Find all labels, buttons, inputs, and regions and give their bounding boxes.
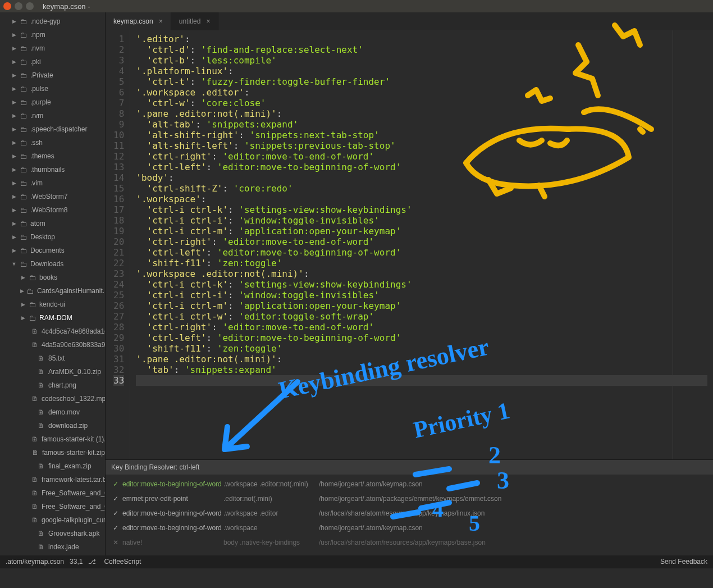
tree-file[interactable]: 4c4d5ca74e868ada1e — [0, 325, 105, 338]
chevron-icon: ▶ — [11, 113, 17, 118]
tree-file[interactable]: demo.mov — [0, 405, 105, 419]
tree-item-label: chart.png — [48, 381, 76, 389]
tree-folder[interactable]: ▶.speech-dispatcher — [0, 122, 105, 136]
tree-folder[interactable]: ▼Downloads — [0, 257, 105, 271]
send-feedback-link[interactable]: Send Feedback — [660, 558, 707, 566]
tab-label: keymap.cson — [113, 17, 153, 25]
chevron-icon: ▶ — [11, 45, 17, 51]
resolver-command: editor:move-to-beginning-of-word — [122, 509, 223, 517]
tree-file[interactable]: codeschool_1322.mp4 — [0, 392, 105, 405]
folder-icon — [19, 139, 27, 147]
chevron-icon: ▶ — [20, 302, 26, 307]
file-icon — [32, 449, 39, 457]
tree-file[interactable]: final_exam.zip — [0, 459, 105, 473]
horizontal-scrollbar[interactable] — [0, 568, 713, 588]
tree-file[interactable]: google-talkplugin_curr — [0, 513, 105, 527]
chevron-icon: ▶ — [11, 126, 17, 132]
resolver-row[interactable]: ✓editor:move-to-beginning-of-word.worksp… — [111, 506, 707, 521]
window-title: keymap.cson - — [43, 2, 90, 11]
close-icon[interactable]: × — [206, 17, 210, 25]
status-language[interactable]: CoffeeScript — [104, 558, 141, 566]
tree-file[interactable]: 4da5a90e630b833a99 — [0, 338, 105, 352]
resolver-row[interactable]: ✓editor:move-to-beginning-of-word.worksp… — [111, 477, 707, 491]
tree-folder[interactable]: ▶CardsAgainstHumanit... — [0, 284, 105, 298]
tree-file[interactable]: famous-starter-kit (1). — [0, 432, 105, 446]
tab[interactable]: keymap.cson× — [106, 12, 171, 30]
resolver-selector: .workspace — [223, 524, 319, 532]
tree-folder[interactable]: ▶atom — [0, 217, 105, 230]
editor-pane[interactable]: 1234567891011121314151617181920212223242… — [106, 30, 713, 459]
file-icon — [37, 408, 45, 416]
tree-folder[interactable]: ▶.vim — [0, 176, 105, 190]
tree-file[interactable]: 85.txt — [0, 352, 105, 365]
maximize-icon[interactable] — [26, 2, 34, 10]
resolver-row[interactable]: ✓editor:move-to-beginning-of-word.worksp… — [111, 521, 707, 535]
tree-file[interactable]: chart.png — [0, 379, 105, 392]
tree-folder[interactable]: ▶RAM-DOM — [0, 311, 105, 325]
file-icon — [31, 435, 38, 443]
tree-item-label: RAM-DOM — [39, 314, 72, 322]
chevron-icon: ▶ — [11, 221, 17, 226]
minimize-icon[interactable] — [15, 2, 22, 10]
tree-folder[interactable]: ▶kendo-ui — [0, 298, 105, 311]
tree-item-label: .WebStorm7 — [30, 193, 67, 200]
tree-folder[interactable]: ▶.pki — [0, 55, 105, 69]
chevron-icon: ▼ — [11, 261, 17, 267]
tree-item-label: Free_Software_and_C — [42, 489, 105, 497]
resolver-title: Key Binding Resolver: ctrl-left — [106, 460, 713, 475]
folder-icon — [19, 125, 27, 133]
file-tree[interactable]: ▶.node-gyp▶.npm▶.nvm▶.pki▶.Private▶.puls… — [0, 12, 106, 555]
chevron-icon: ▶ — [11, 248, 17, 253]
tree-file[interactable]: AraMDK_0.10.zip — [0, 365, 105, 379]
tree-file[interactable]: Free_Software_and_C — [0, 486, 105, 500]
tree-folder[interactable]: ▶.pulse — [0, 82, 105, 95]
file-icon — [37, 381, 45, 389]
tree-folder[interactable]: ▶books — [0, 271, 105, 284]
window-titlebar: keymap.cson - — [0, 0, 713, 12]
tree-item-label: .WebStorm8 — [30, 206, 67, 214]
tree-file[interactable]: Free_Software_and_C — [0, 500, 105, 513]
tree-folder[interactable]: ▶.nvm — [0, 42, 105, 55]
tree-folder[interactable]: ▶Desktop — [0, 230, 105, 244]
tree-file[interactable]: framework-latest.tar.b — [0, 473, 105, 486]
resolver-source: /home/jorgeart/.atom/keymap.cson — [319, 524, 707, 532]
tree-folder[interactable]: ▶.themes — [0, 149, 105, 163]
tree-item-label: download.zip — [48, 422, 88, 430]
tree-item-label: demo.mov — [48, 408, 80, 416]
tree-folder[interactable]: ▶.Private — [0, 69, 105, 82]
git-branch-icon — [88, 558, 98, 566]
wrap-guide — [673, 30, 673, 459]
close-icon[interactable]: × — [159, 17, 163, 25]
tab[interactable]: untitled× — [171, 12, 219, 30]
tree-item-label: Desktop — [30, 233, 55, 241]
tree-folder[interactable]: ▶.WebStorm8 — [0, 203, 105, 217]
resolver-selector: .workspace .editor — [223, 509, 319, 517]
tree-folder[interactable]: ▶.ssh — [0, 136, 105, 149]
tree-folder[interactable]: ▶Documents — [0, 244, 105, 257]
resolver-command: editor:move-to-beginning-of-word — [122, 524, 223, 532]
tree-item-label: codeschool_1322.mp4 — [42, 395, 105, 403]
folder-icon — [28, 314, 36, 322]
tree-item-label: .node-gyp — [30, 17, 60, 25]
folder-icon — [19, 179, 27, 187]
resolver-row[interactable]: ✕native!body .native-key-bindings/usr/lo… — [111, 535, 707, 550]
tree-folder[interactable]: ▶.WebStorm7 — [0, 190, 105, 203]
tree-file[interactable]: Grooveshark.apk — [0, 527, 105, 540]
tree-folder[interactable]: ▶.node-gyp — [0, 15, 105, 28]
tree-item-label: Downloads — [30, 260, 63, 268]
tree-item-label: atom — [30, 220, 45, 227]
tree-folder[interactable]: ▶.npm — [0, 28, 105, 42]
tree-folder[interactable]: ▶.thumbnails — [0, 163, 105, 176]
tree-file[interactable]: famous-starter-kit.zip — [0, 446, 105, 459]
folder-icon — [19, 166, 27, 174]
tree-folder[interactable]: ▶.purple — [0, 95, 105, 109]
close-icon[interactable] — [3, 2, 11, 10]
tree-file[interactable]: download.zip — [0, 419, 105, 432]
code-area[interactable]: '.editor': 'ctrl-d': 'find-and-replace:s… — [130, 30, 713, 459]
folder-icon — [19, 17, 27, 25]
file-icon — [31, 503, 38, 510]
tree-file[interactable]: index.jade — [0, 540, 105, 554]
tree-folder[interactable]: ▶.rvm — [0, 109, 105, 122]
resolver-row[interactable]: ✓emmet:prev-edit-point.editor:not(.mini)… — [111, 491, 707, 506]
resolver-selector: body .native-key-bindings — [223, 539, 319, 546]
